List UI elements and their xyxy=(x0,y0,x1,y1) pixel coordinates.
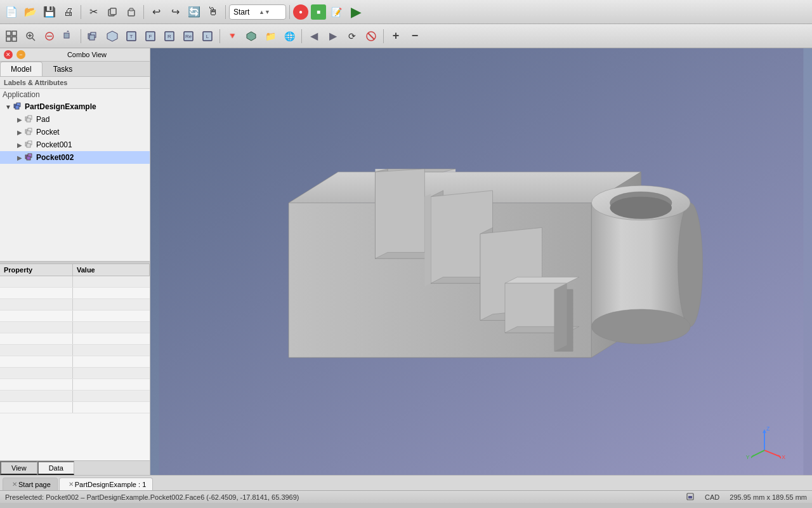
new-button[interactable]: 📄 xyxy=(3,3,20,21)
prop-row-1 xyxy=(0,276,150,288)
globe-button[interactable]: 🌐 xyxy=(280,27,298,45)
svg-rect-47 xyxy=(27,156,30,160)
macro-edit-button[interactable]: 📝 xyxy=(327,3,345,21)
reload-button[interactable]: ⟳ xyxy=(343,27,361,45)
redo-button[interactable]: ↪ xyxy=(166,3,184,21)
svg-point-59 xyxy=(610,197,672,219)
pocket-icon xyxy=(24,127,34,137)
back-button[interactable]: ◀ xyxy=(305,27,323,45)
rear-view-button[interactable]: Re xyxy=(180,27,197,45)
tab-close-partdesign[interactable]: ✕ xyxy=(69,481,74,488)
workbench-dropdown[interactable]: Start ▲▼ xyxy=(229,4,286,20)
prop-row-6 xyxy=(0,333,150,345)
panel-tabs: Model Tasks xyxy=(0,62,150,77)
zoom-in-button[interactable] xyxy=(22,27,39,45)
left-tab-view[interactable]: View xyxy=(0,461,37,475)
tree-item-partdesignexample[interactable]: ▼ PartDesignExample xyxy=(0,100,150,113)
tree-item-pad[interactable]: ▶ Pad xyxy=(0,113,150,126)
left-panel: ✕ − Combo View Model Tasks Labels & Attr… xyxy=(0,48,150,475)
sep1 xyxy=(81,5,81,19)
workbench-label: Start xyxy=(233,8,256,17)
tree-label-partdesignexample: PartDesignExample xyxy=(25,102,96,111)
tree-item-pocket[interactable]: ▶ Pocket xyxy=(0,126,150,138)
arrow-icon: ▶ xyxy=(15,115,24,124)
tree-item-pocket002[interactable]: ▶ Pocket002 xyxy=(0,151,150,164)
refresh-button[interactable]: 🔄 xyxy=(185,3,203,21)
svg-rect-1 xyxy=(110,8,116,15)
tab-label-partdesign: PartDesignExample : 1 xyxy=(75,481,147,488)
prop-row-11 xyxy=(0,391,150,402)
svg-line-32 xyxy=(368,33,374,39)
root-label: Application xyxy=(3,90,40,99)
svg-rect-89 xyxy=(688,496,692,498)
tree-item-pocket001[interactable]: ▶ Pocket001 xyxy=(0,138,150,151)
macro-stop-button[interactable]: ■ xyxy=(311,4,326,20)
tab-close-start[interactable]: ✕ xyxy=(12,481,17,488)
prop-row-2 xyxy=(0,288,150,299)
svg-rect-41 xyxy=(27,131,30,135)
cut-button[interactable]: ✂ xyxy=(84,3,102,21)
paste-button[interactable] xyxy=(122,3,140,21)
left-tab-data[interactable]: Data xyxy=(37,461,74,475)
undo-button[interactable]: ↩ xyxy=(147,3,165,21)
open-file-button[interactable]: 📁 xyxy=(261,27,279,45)
tab-start-page[interactable]: ✕ Start page xyxy=(3,478,58,490)
arrow-icon: ▶ xyxy=(15,153,24,162)
open-button[interactable]: 📂 xyxy=(22,3,39,21)
svg-rect-44 xyxy=(27,144,30,147)
labels-section: Labels & Attributes Application ▼ PartDe… xyxy=(0,77,150,261)
prop-row-7 xyxy=(0,345,150,356)
svg-marker-74 xyxy=(505,277,579,283)
pointer-button[interactable]: 🖱 xyxy=(204,3,222,21)
sep4 xyxy=(289,5,290,19)
box-select-button[interactable] xyxy=(41,27,58,45)
prop-row-12 xyxy=(0,402,150,413)
svg-marker-69 xyxy=(424,194,431,286)
select-filter-button[interactable]: 🔻 xyxy=(223,27,241,45)
sep5 xyxy=(81,29,81,43)
fit-all-button[interactable] xyxy=(3,27,20,45)
front-view-button[interactable]: F xyxy=(141,27,159,45)
left-view-button[interactable]: L xyxy=(199,27,216,45)
home-view-button[interactable] xyxy=(84,27,102,45)
zoom-out-view-button[interactable]: − xyxy=(406,27,424,45)
sep8 xyxy=(383,29,384,43)
print-button[interactable]: 🖨 xyxy=(60,3,77,21)
stop-button[interactable] xyxy=(362,27,380,45)
arrow-icon: ▼ xyxy=(4,102,13,111)
macro-record-button[interactable]: ● xyxy=(293,4,308,20)
sep7 xyxy=(301,29,302,43)
combo-minimize-button[interactable]: − xyxy=(16,50,25,59)
top-view-button[interactable]: T xyxy=(122,27,140,45)
zoom-in-view-button[interactable]: + xyxy=(387,27,405,45)
statusbar-message: Preselected: Pocket002 – PartDesignExamp… xyxy=(5,493,686,501)
tab-tasks[interactable]: Tasks xyxy=(43,62,84,76)
part-design-button[interactable] xyxy=(242,27,260,45)
tab-model[interactable]: Model xyxy=(0,62,43,76)
part-icon xyxy=(13,102,23,112)
prop-row-5 xyxy=(0,322,150,333)
right-view-button[interactable]: R xyxy=(160,27,178,45)
bottom-document-tabs: ✕ Start page ✕ PartDesignExample : 1 xyxy=(0,475,812,490)
forward-button[interactable]: ▶ xyxy=(324,27,342,45)
sep3 xyxy=(225,5,226,19)
combo-close-button[interactable]: ✕ xyxy=(4,50,13,59)
tree-root-application: Application xyxy=(0,89,150,100)
left-bottom-tabs: View Data xyxy=(0,460,150,475)
statusbar-icon xyxy=(686,492,695,502)
svg-rect-54 xyxy=(591,203,690,326)
save-button[interactable]: 💾 xyxy=(41,3,58,21)
tab-partdesign-example[interactable]: ✕ PartDesignExample : 1 xyxy=(59,478,154,490)
macro-run-button[interactable]: ▶ xyxy=(346,3,364,21)
svg-marker-78 xyxy=(554,283,566,351)
3d-viewport[interactable]: Z X Y xyxy=(150,48,812,475)
statusbar-mode: CAD xyxy=(705,493,719,501)
arrow-icon: ▶ xyxy=(15,128,24,137)
svg-rect-38 xyxy=(27,118,30,122)
copy-button[interactable] xyxy=(103,3,121,21)
svg-rect-6 xyxy=(6,37,11,41)
rotate-button[interactable] xyxy=(60,27,77,45)
col-property: Property xyxy=(0,264,73,276)
svg-rect-18 xyxy=(89,35,95,40)
isometric-button[interactable] xyxy=(103,27,121,45)
